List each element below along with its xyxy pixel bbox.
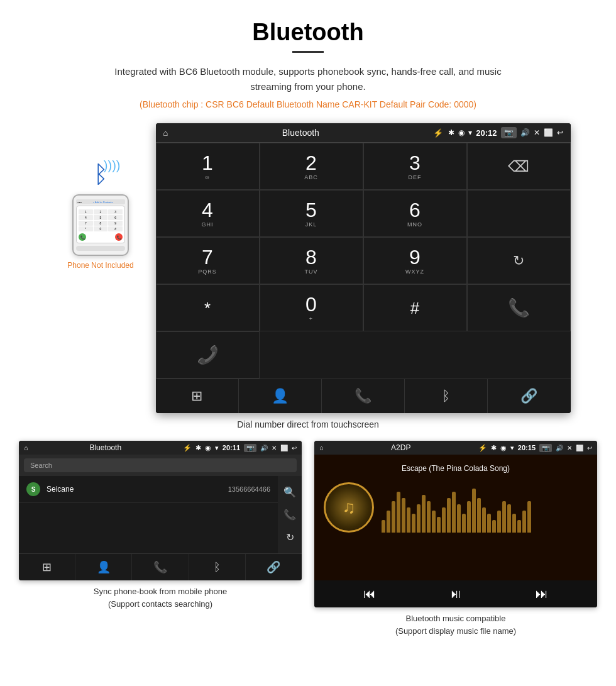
eq-bar — [452, 492, 456, 533]
bottom-nav-bluetooth[interactable]: ᛒ — [405, 379, 488, 413]
eq-bar — [482, 507, 486, 533]
pb-nav-bluetooth[interactable]: ᛒ — [189, 554, 246, 580]
phone-key: # — [108, 226, 123, 231]
eq-bar — [487, 514, 491, 533]
dialpad-key-5[interactable]: 5 JKL — [260, 190, 363, 237]
eq-bar — [517, 520, 521, 533]
phone-not-included-label: Phone Not Included — [67, 261, 133, 270]
phonebook-screen: ⌂ Bluetooth ⚡ ✱ ◉ ▾ 20:11 📷 🔊 ✕ ⬜ ↩ Sear… — [19, 441, 302, 580]
dial-caption: Dial number direct from touchscreen — [0, 419, 616, 429]
phonebook-search-input[interactable]: Search — [24, 458, 297, 472]
call-action-icon[interactable]: 📞 — [283, 504, 296, 526]
dialpad-key-reload[interactable]: ↻ — [467, 237, 571, 284]
music-window-icon[interactable]: ⬜ — [576, 445, 583, 451]
orange-info: (Bluetooth chip : CSR BC6 Default Blueto… — [0, 99, 616, 109]
album-art: ♫ — [324, 482, 374, 533]
pb-bt-icon: ✱ — [195, 444, 201, 452]
phonebook-side-actions: 🔍 📞 ↻ — [278, 476, 302, 553]
dialpad-key-3[interactable]: 3 DEF — [363, 143, 467, 190]
dialpad-key-2[interactable]: 2 ABC — [260, 143, 363, 190]
music-content: Escape (The Pina Colada Song) ♫ — [314, 455, 597, 580]
phone-keypad: 1 2 3 4 5 6 7 8 9 * 0 # — [79, 209, 123, 231]
phone-key: * — [79, 226, 93, 231]
dialpad-key-hash[interactable]: # — [363, 284, 467, 331]
eq-bar — [397, 492, 400, 533]
eq-bar — [422, 495, 426, 533]
pb-volume-icon[interactable]: 🔊 — [260, 445, 268, 451]
dialpad-key-star[interactable]: * — [156, 284, 260, 331]
status-time: 20:12 — [476, 128, 497, 138]
next-button[interactable]: ⏭ — [536, 587, 548, 601]
music-volume-icon[interactable]: 🔊 — [556, 445, 563, 451]
window-icon[interactable]: ⬜ — [544, 128, 553, 137]
dialpad-key-6[interactable]: 6 MNO — [363, 190, 467, 237]
song-title: Escape (The Pina Colada Song) — [402, 464, 510, 473]
pb-camera-icon[interactable]: 📷 — [244, 444, 256, 452]
music-screen: ⌂ A2DP ⚡ ✱ ◉ ▾ 20:15 📷 🔊 ✕ ⬜ ↩ Escape (T… — [314, 441, 597, 607]
home-icon[interactable]: ⌂ — [163, 128, 168, 138]
phonebook-caption: Sync phone-book from mobile phone(Suppor… — [19, 585, 302, 610]
phone-key: 3 — [108, 209, 123, 214]
play-pause-button[interactable]: ⏯ — [449, 587, 462, 601]
usb-icon: ⚡ — [433, 128, 443, 138]
pb-back-icon[interactable]: ↩ — [292, 445, 297, 451]
refresh-action-icon[interactable]: ↻ — [286, 526, 294, 548]
pb-nav-keypad[interactable]: ⊞ — [19, 554, 75, 580]
title-underline — [292, 51, 324, 53]
dialpad-key-7[interactable]: 7 PQRS — [156, 237, 260, 284]
eq-bar — [462, 514, 466, 533]
phone-key: 7 — [79, 221, 93, 226]
phone-key: 8 — [94, 221, 108, 226]
bottom-screens: ⌂ Bluetooth ⚡ ✱ ◉ ▾ 20:11 📷 🔊 ✕ ⬜ ↩ Sear… — [0, 441, 616, 637]
phone-screen: 1 2 3 4 5 6 7 8 9 * 0 # 📞 📞 — [76, 206, 125, 243]
eq-bar — [497, 511, 501, 533]
camera-icon[interactable]: 📷 — [501, 127, 517, 138]
pb-close-icon[interactable]: ✕ — [272, 445, 277, 451]
phone-body: ●●● + Add to Contacts 1 2 3 4 5 6 7 8 9 … — [72, 194, 129, 256]
music-back-icon[interactable]: ↩ — [587, 445, 592, 451]
search-action-icon[interactable]: 🔍 — [283, 481, 296, 503]
music-camera-icon[interactable]: 📷 — [539, 444, 552, 452]
main-screen-status-bar: ⌂ Bluetooth ⚡ ✱ ◉ ▾ 20:12 📷 🔊 ✕ ⬜ ↩ — [156, 123, 571, 142]
pb-wifi-icon: ▾ — [215, 444, 219, 452]
dialpad-key-8[interactable]: 8 TUV — [260, 237, 363, 284]
music-close-icon[interactable]: ✕ — [567, 445, 572, 451]
phone-key: 0 — [94, 226, 108, 231]
dialpad-key-4[interactable]: 4 GHI — [156, 190, 260, 237]
phone-illustration: ᛒ )))) ●●● + Add to Contacts 1 2 3 4 5 6… — [46, 123, 156, 270]
pb-nav-contacts[interactable]: 👤 — [75, 554, 132, 580]
pb-nav-link[interactable]: 🔗 — [246, 554, 302, 580]
dialpad-key-1[interactable]: 1 ∞ — [156, 143, 260, 190]
pb-nav-calls[interactable]: 📞 — [132, 554, 189, 580]
dialpad-key-call[interactable]: 📞 — [467, 284, 571, 331]
pb-window-icon[interactable]: ⬜ — [280, 445, 288, 451]
prev-button[interactable]: ⏮ — [363, 587, 376, 601]
back-icon[interactable]: ↩ — [557, 128, 563, 137]
bottom-nav-keypad[interactable]: ⊞ — [156, 379, 239, 413]
phonebook-contact-row[interactable]: S Seicane 13566664466 — [19, 476, 278, 503]
close-box-icon[interactable]: ✕ — [534, 128, 540, 137]
pb-home-icon[interactable]: ⌂ — [24, 444, 28, 451]
eq-bar — [382, 520, 385, 533]
phone-key: 5 — [94, 215, 108, 220]
equalizer — [382, 482, 588, 533]
bottom-nav-calls[interactable]: 📞 — [322, 379, 405, 413]
eq-bar — [502, 501, 506, 533]
bottom-nav-link[interactable]: 🔗 — [488, 379, 570, 413]
status-icons: ✱ ◉ ▾ 20:12 📷 🔊 ✕ ⬜ ↩ — [448, 127, 563, 138]
volume-icon[interactable]: 🔊 — [520, 128, 530, 137]
phonebook-wrap: S Seicane 13566664466 🔍 📞 ↻ — [19, 476, 302, 553]
dialpad-key-0[interactable]: 0 + — [260, 284, 363, 331]
bottom-nav-contacts[interactable]: 👤 — [239, 379, 322, 413]
music-note-icon: ♫ — [343, 497, 356, 517]
dialpad-key-9[interactable]: 9 WXYZ — [363, 237, 467, 284]
music-controls: ⏮ ⏯ ⏭ — [314, 580, 597, 607]
dialpad-key-end-call[interactable]: 📞 — [156, 331, 260, 379]
music-album-area: ♫ — [324, 482, 588, 533]
dialpad-key-backspace[interactable]: ⌫ — [467, 143, 571, 190]
phone-screen-header: ●●● + Add to Contacts — [76, 199, 125, 204]
music-home-icon[interactable]: ⌂ — [319, 444, 324, 451]
eq-bar — [442, 507, 446, 533]
music-wifi-icon: ▾ — [510, 444, 514, 452]
status-title: Bluetooth — [173, 128, 428, 138]
